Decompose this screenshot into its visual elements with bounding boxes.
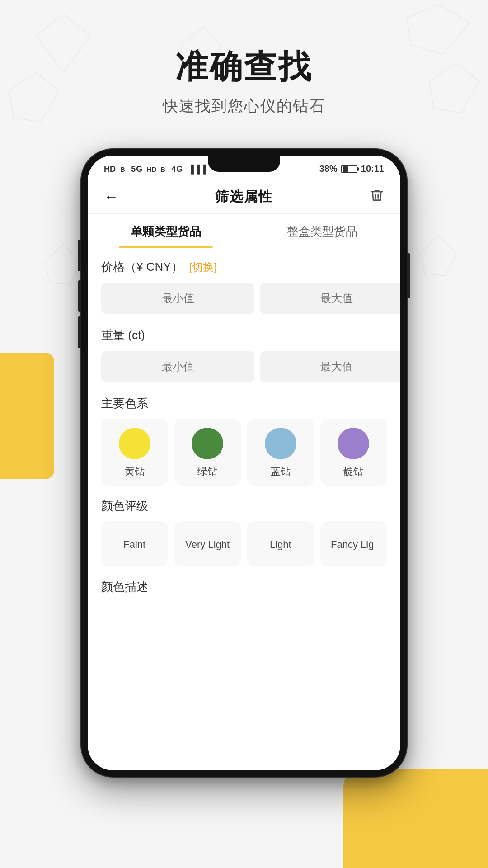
price-min-input[interactable] — [101, 283, 254, 314]
yellow-accent-bottom-right — [343, 769, 488, 868]
color-item-green[interactable]: 绿钻 — [174, 419, 241, 486]
yellow-accent-left — [0, 353, 54, 479]
app-title: 筛选属性 — [215, 188, 273, 206]
purple-circle — [338, 428, 369, 459]
color-item-purple[interactable]: 靛钻 — [320, 419, 387, 486]
yellow-label: 黄钻 — [125, 465, 145, 478]
status-time: 10:11 — [361, 164, 384, 174]
blue-circle — [265, 428, 296, 459]
switch-button[interactable]: [切换] — [189, 260, 217, 274]
weight-section-header: 重量 (ct) — [101, 327, 387, 343]
grade-label: 颜色评级 — [101, 498, 148, 514]
trash-button[interactable] — [370, 188, 384, 206]
grade-grid: Faint Very Light Light Fancy Ligl — [101, 521, 387, 566]
weight-min-input[interactable] — [101, 351, 254, 382]
color-item-blue[interactable]: 蓝钻 — [247, 419, 314, 486]
tab-single[interactable]: 单颗类型货品 — [88, 214, 244, 248]
svg-marker-8 — [45, 244, 81, 285]
status-right: 38% 10:11 — [319, 164, 384, 174]
blue-label: 蓝钻 — [271, 465, 291, 478]
very-light-label: Very Light — [185, 539, 230, 551]
color-item-yellow[interactable]: 黄钻 — [101, 419, 168, 486]
grade-section-header: 颜色评级 — [101, 498, 387, 514]
color-label: 主要色系 — [101, 396, 148, 411]
grade-item-faint[interactable]: Faint — [101, 521, 168, 566]
price-input-row: 范围 ▼ — [101, 282, 387, 315]
description-section-header: 颜色描述 — [101, 579, 387, 595]
light-label: Light — [270, 539, 291, 551]
yellow-circle — [119, 428, 150, 459]
page-subtitle: 快速找到您心仪的钻石 — [0, 96, 488, 117]
app-header: ← 筛选属性 — [88, 179, 400, 214]
filter-content: 价格（¥ CNY） [切换] 范围 ▼ 重量 (ct) — [88, 248, 400, 770]
grade-item-fancy-light[interactable]: Fancy Ligl — [320, 521, 387, 566]
faint-label: Faint — [123, 539, 145, 551]
svg-marker-9 — [420, 235, 456, 276]
page-header: 准确查找 快速找到您心仪的钻石 — [0, 0, 488, 135]
grade-item-light[interactable]: Light — [247, 521, 314, 566]
phone-mockup: HD B 5G HD B 4G ▐▐▐ 38% 10:11 — [81, 149, 407, 777]
phone-outer: HD B 5G HD B 4G ▐▐▐ 38% 10:11 — [81, 149, 407, 777]
weight-max-input[interactable] — [260, 351, 400, 382]
color-section-header: 主要色系 — [101, 396, 387, 411]
weight-input-row: 范围 ▼ — [101, 350, 387, 383]
page-title: 准确查找 — [0, 45, 488, 89]
color-grid: 黄钻 绿钻 蓝钻 靛钻 — [101, 419, 387, 486]
status-signal: HD B 5G HD B 4G ▐▐▐ — [104, 164, 206, 174]
status-battery-percent: 38% — [319, 164, 338, 174]
tab-bar: 单颗类型货品 整盒类型货品 — [88, 214, 400, 248]
price-section-header: 价格（¥ CNY） [切换] — [101, 259, 387, 275]
description-label: 颜色描述 — [101, 579, 148, 595]
phone-notch — [208, 156, 280, 172]
purple-label: 靛钻 — [343, 465, 363, 478]
green-label: 绿钻 — [197, 465, 217, 478]
grade-item-very-light[interactable]: Very Light — [174, 521, 241, 566]
phone-screen: HD B 5G HD B 4G ▐▐▐ 38% 10:11 — [88, 156, 400, 770]
tab-box[interactable]: 整盒类型货品 — [244, 214, 400, 248]
price-max-input[interactable] — [260, 283, 400, 314]
price-label: 价格（¥ CNY） — [101, 259, 183, 275]
weight-label: 重量 (ct) — [101, 327, 145, 343]
battery-icon — [341, 165, 357, 173]
back-button[interactable]: ← — [104, 189, 118, 205]
green-circle — [192, 428, 223, 459]
fancy-light-label: Fancy Ligl — [331, 539, 376, 551]
